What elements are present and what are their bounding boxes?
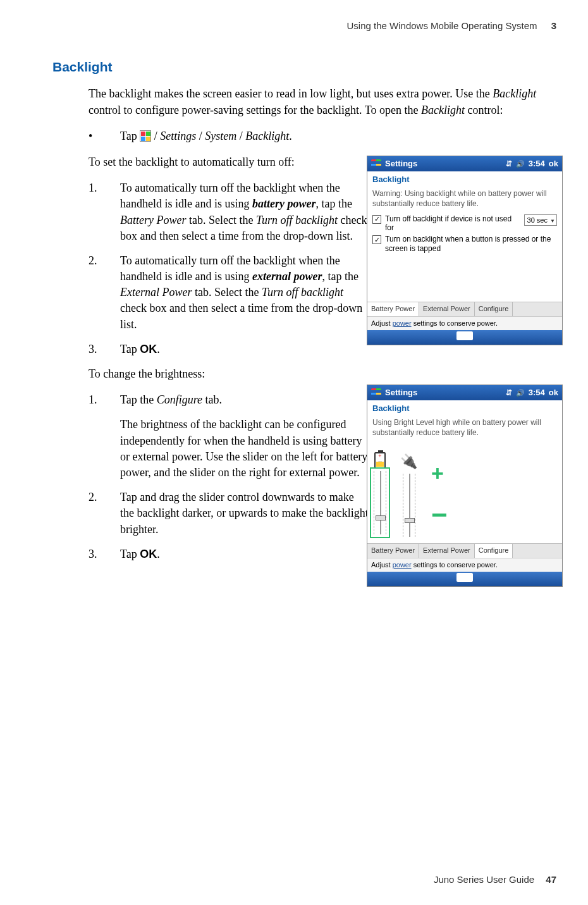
bullet-marker: • bbox=[89, 128, 120, 144]
keyboard-icon[interactable] bbox=[456, 331, 473, 340]
keyboard-icon[interactable] bbox=[456, 573, 473, 582]
clock[interactable]: 3:54 bbox=[529, 387, 545, 398]
screenshot-configure: Settings 3:54 ok Backlight Using Bright … bbox=[367, 385, 563, 587]
list-number: 3. bbox=[89, 546, 120, 562]
timeout-dropdown[interactable]: 30 sec bbox=[524, 214, 557, 226]
ok-button[interactable]: ok bbox=[549, 387, 558, 398]
connectivity-icon[interactable] bbox=[506, 387, 512, 398]
power-hint: Adjust power settings to conserve power. bbox=[367, 316, 562, 330]
tab-external-power[interactable]: External Power bbox=[419, 544, 475, 557]
title-bar: Settings 3:54 ok bbox=[367, 385, 562, 400]
checkbox-turn-off-label: Turn off backlight if device is not used… bbox=[385, 214, 520, 233]
page-title: Backlight bbox=[367, 171, 562, 187]
tab-external-power[interactable]: External Power bbox=[419, 302, 475, 316]
warning-text: Using Bright Level high while on battery… bbox=[372, 418, 557, 438]
sip-bar bbox=[367, 330, 562, 345]
external-brightness-slider[interactable] bbox=[403, 474, 415, 537]
chapter-number: 3 bbox=[551, 20, 556, 31]
app-title: Settings bbox=[385, 387, 417, 398]
power-link[interactable]: power bbox=[393, 561, 412, 569]
volume-icon[interactable] bbox=[516, 387, 525, 398]
start-icon[interactable] bbox=[371, 159, 381, 168]
running-footer: Juno Series User Guide 47 bbox=[434, 873, 556, 886]
warning-text: Warning: Using backlight while on batter… bbox=[372, 189, 557, 209]
battery-brightness-slider[interactable] bbox=[374, 471, 386, 534]
chapter-title: Using the Windows Mobile Operating Syste… bbox=[347, 20, 537, 31]
tab-bar: Battery Power External Power Configure bbox=[367, 302, 562, 316]
checkbox-turn-on-label: Turn on backlight when a button is press… bbox=[385, 235, 557, 253]
tab-battery-power[interactable]: Battery Power bbox=[367, 302, 419, 316]
checkbox-turn-off[interactable] bbox=[372, 215, 381, 224]
brightness-step-1-desc: The brightness of the backlight can be c… bbox=[120, 417, 370, 481]
running-header: Using the Windows Mobile Operating Syste… bbox=[32, 19, 556, 32]
volume-icon[interactable] bbox=[516, 158, 525, 169]
section-heading: Backlight bbox=[52, 58, 556, 76]
page-number: 47 bbox=[546, 874, 556, 885]
list-number: 1. bbox=[89, 392, 120, 408]
start-icon[interactable] bbox=[371, 388, 381, 397]
power-hint: Adjust power settings to conserve power. bbox=[367, 558, 562, 572]
list-number: 2. bbox=[89, 489, 120, 538]
tab-bar: Battery Power External Power Configure bbox=[367, 543, 562, 557]
intro-paragraph: The backlight makes the screen easier to… bbox=[89, 86, 556, 118]
tab-battery-power[interactable]: Battery Power bbox=[367, 544, 419, 557]
plug-icon: 🔌 bbox=[400, 452, 417, 472]
sip-bar bbox=[367, 572, 562, 586]
app-title: Settings bbox=[385, 158, 417, 169]
open-backlight-bullet: • Tap / Settings / System / Backlight. bbox=[89, 128, 556, 144]
list-number: 2. bbox=[89, 253, 120, 333]
checkbox-turn-on[interactable] bbox=[372, 235, 381, 244]
brightness-step-2-text: Tap and drag the slider control downward… bbox=[120, 489, 370, 538]
guide-title: Juno Series User Guide bbox=[434, 874, 534, 885]
minus-icon: − bbox=[431, 509, 448, 520]
tab-configure[interactable]: Configure bbox=[475, 302, 513, 316]
screenshot-battery-power: Settings 3:54 ok Backlight Warning: Usin… bbox=[367, 156, 563, 345]
battery-icon: +− bbox=[374, 452, 386, 469]
list-number: 3. bbox=[89, 342, 120, 357]
tab-configure[interactable]: Configure bbox=[475, 544, 513, 557]
title-bar: Settings 3:54 ok bbox=[367, 156, 562, 171]
list-number: 1. bbox=[89, 180, 120, 244]
ok-button[interactable]: ok bbox=[549, 158, 558, 169]
start-icon bbox=[140, 130, 151, 142]
connectivity-icon[interactable] bbox=[506, 158, 512, 169]
clock[interactable]: 3:54 bbox=[529, 158, 545, 169]
page-title: Backlight bbox=[367, 400, 562, 416]
brightness-lead: To change the brightness: bbox=[89, 366, 556, 382]
plus-minus-legend: + − bbox=[431, 452, 448, 520]
plus-icon: + bbox=[431, 462, 448, 484]
power-link[interactable]: power bbox=[393, 319, 412, 327]
